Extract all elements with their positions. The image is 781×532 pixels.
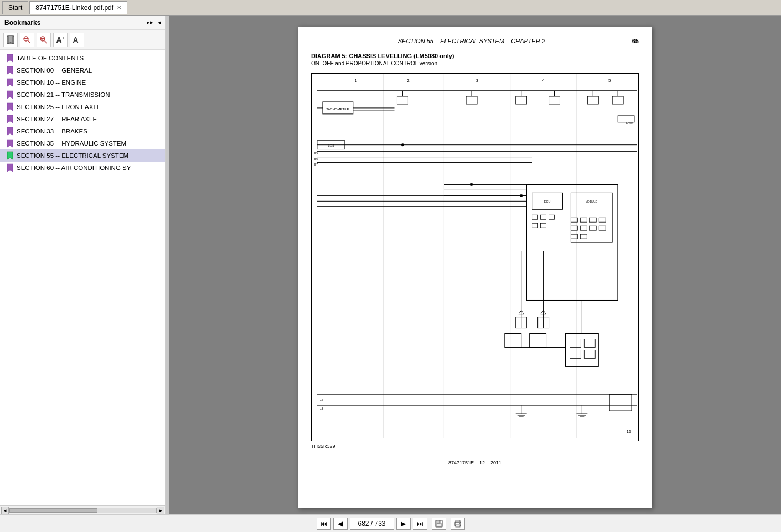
svg-rect-63 [580, 234, 587, 239]
svg-line-2 [28, 40, 31, 43]
sidebar-item-s25[interactable]: SECTION 25 -- FRONT AXLE [0, 101, 165, 113]
sidebar-item-toc[interactable]: TABLE OF CONTENTS [0, 52, 165, 64]
search-icon [23, 35, 32, 44]
svg-text:B6: B6 [314, 157, 318, 161]
sidebar-item-s00[interactable]: SECTION 00 -- GENERAL [0, 64, 165, 76]
svg-rect-6 [40, 38, 45, 39]
sidebar-item-s60[interactable]: SECTION 60 -- AIR CONDITIONING SY [0, 162, 165, 174]
sidebar-item-label: SECTION 21 -- TRANSMISSION [17, 91, 110, 98]
scrollbar-thumb[interactable] [9, 508, 97, 513]
pdf-diagram-title: DIAGRAM 5: CHASSIS LEVELLING (LM5080 onl… [311, 53, 639, 59]
collapse-icon[interactable]: ◂ [158, 19, 161, 26]
print-btn[interactable] [451, 518, 465, 530]
content-area: SECTION 55 – ELECTRICAL SYSTEM – CHAPTER… [169, 16, 781, 514]
scroll-left-btn[interactable]: ◂ [1, 507, 9, 514]
pdf-footer-code: 87471751E – 12 – 2011 [311, 460, 639, 466]
svg-text:L2: L2 [320, 398, 323, 401]
sidebar-item-s33[interactable]: SECTION 33 -- BRAKES [0, 125, 165, 137]
svg-text:LG3: LG3 [328, 144, 334, 147]
svg-rect-55 [580, 218, 587, 222]
svg-point-113 [459, 523, 460, 524]
svg-rect-23 [466, 96, 477, 104]
expand-icon[interactable]: ▸▸ [147, 19, 153, 26]
sidebar-header: Bookmarks ▸▸ ◂ [0, 16, 165, 30]
svg-rect-27 [612, 96, 623, 104]
search-bookmark2-btn[interactable] [37, 33, 51, 47]
svg-rect-52 [532, 223, 538, 228]
svg-rect-112 [456, 520, 460, 522]
svg-text:ECU: ECU [544, 200, 551, 203]
sidebar-item-label: SECTION 35 -- HYDRAULIC SYSTEM [17, 140, 126, 147]
last-page-btn[interactable]: ⏭ [413, 518, 427, 530]
svg-text:B7: B7 [314, 163, 318, 166]
sidebar-item-label: SECTION 10 -- ENGINE [17, 79, 86, 86]
increase-text-icon: A+ [56, 35, 65, 44]
svg-rect-49 [532, 215, 538, 219]
search-bookmark-btn[interactable] [20, 33, 34, 47]
page-input[interactable] [350, 518, 394, 530]
pdf-header-title: SECTION 55 – ELECTRICAL SYSTEM – CHAPTER… [311, 38, 632, 44]
prev-page-btn[interactable]: ◀ [333, 518, 348, 530]
scroll-right-btn[interactable]: ▸ [157, 507, 164, 514]
decrease-text-btn[interactable]: A− [70, 33, 84, 47]
svg-rect-3 [24, 38, 28, 39]
svg-text:MODULE: MODULE [586, 200, 598, 203]
print-icon [454, 520, 462, 528]
sidebar-title: Bookmarks [4, 19, 40, 27]
bookmark-icon [7, 139, 13, 148]
svg-rect-51 [549, 215, 555, 219]
svg-rect-26 [587, 96, 598, 104]
svg-point-104 [520, 194, 523, 197]
svg-rect-53 [541, 223, 546, 228]
svg-rect-74 [530, 334, 546, 348]
svg-text:5: 5 [608, 78, 611, 83]
sidebar-item-label: SECTION 00 -- GENERAL [17, 67, 92, 74]
sidebar-item-s27[interactable]: SECTION 27 -- REAR AXLE [0, 113, 165, 125]
svg-text:13: 13 [627, 429, 632, 434]
scrollbar-track[interactable] [9, 508, 157, 513]
sidebar-item-label: SECTION 33 -- BRAKES [17, 128, 87, 135]
tab-pdf[interactable]: 87471751E-Linked pdf.pdf ✕ [29, 1, 127, 14]
bookmark-icon [7, 115, 13, 123]
tab-start[interactable]: Start [2, 1, 28, 14]
sidebar-item-label: TABLE OF CONTENTS [17, 55, 84, 61]
svg-rect-76 [570, 339, 581, 347]
svg-rect-79 [584, 350, 595, 358]
svg-text:1: 1 [355, 78, 358, 83]
svg-text:E400: E400 [626, 121, 633, 125]
sidebar-item-label: SECTION 60 -- AIR CONDITIONING SY [17, 164, 131, 171]
bottom-toolbar: ⏮ ◀ ▶ ⏭ [0, 514, 781, 532]
next-page-btn[interactable]: ▶ [396, 518, 411, 530]
sidebar-content: TABLE OF CONTENTSSECTION 00 -- GENERALSE… [0, 50, 165, 505]
svg-rect-7 [40, 39, 43, 40]
sidebar-item-s55[interactable]: SECTION 55 -- ELECTRICAL SYSTEM [0, 149, 165, 162]
sidebar-header-icons: ▸▸ ◂ [147, 19, 161, 26]
svg-rect-25 [549, 96, 560, 104]
svg-rect-78 [570, 350, 581, 358]
bookmark-icon [7, 66, 13, 75]
first-page-btn[interactable]: ⏮ [317, 518, 331, 530]
sidebar-item-s10[interactable]: SECTION 10 -- ENGINE [0, 76, 165, 89]
svg-rect-59 [580, 226, 587, 230]
tab-bar: Start 87471751E-Linked pdf.pdf ✕ [0, 0, 781, 16]
svg-rect-60 [589, 226, 596, 230]
pdf-page-number: 65 [632, 38, 639, 44]
svg-rect-108 [437, 520, 440, 523]
tab-close-icon[interactable]: ✕ [117, 4, 121, 11]
sidebar-item-s21[interactable]: SECTION 21 -- TRANSMISSION [0, 89, 165, 101]
save-icon [435, 520, 443, 528]
svg-text:2: 2 [407, 78, 410, 83]
increase-text-btn[interactable]: A+ [53, 33, 68, 47]
svg-line-5 [45, 40, 48, 43]
svg-rect-57 [599, 218, 606, 222]
bookmark-icon [7, 78, 13, 87]
search2-icon [39, 35, 48, 44]
sidebar-item-s35[interactable]: SECTION 35 -- HYDRAULIC SYSTEM [0, 137, 165, 149]
svg-rect-61 [599, 226, 606, 230]
save-btn[interactable] [432, 518, 446, 530]
svg-rect-24 [516, 96, 527, 104]
svg-point-105 [401, 143, 404, 146]
svg-rect-77 [584, 339, 595, 347]
bookmark-icon [7, 151, 13, 160]
bookmark-icon-btn[interactable] [3, 33, 18, 47]
